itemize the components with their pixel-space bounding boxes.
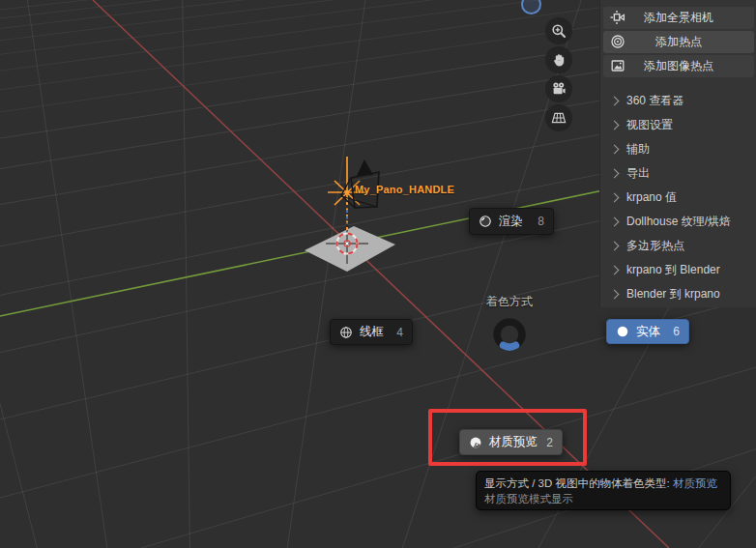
- sidebar-panel: 添加全景相机 添加热点 添加图像热点 360 查看器 视图设置: [599, 0, 756, 307]
- section-krpano-to-blender[interactable]: krpano 到 Blender: [600, 258, 756, 282]
- magnifier-plus-icon: [551, 23, 567, 39]
- render-sphere-icon: [479, 215, 492, 228]
- pano-camera-icon: [610, 10, 625, 25]
- chevron-right-icon: [610, 144, 620, 154]
- section-label: 多边形热点: [626, 238, 684, 254]
- pie-item-hotkey: 4: [396, 326, 403, 339]
- section-label: 导出: [626, 165, 650, 182]
- wireframe-sphere-icon: [339, 326, 353, 339]
- tooltip-line2: 材质预览模式显示: [484, 491, 722, 506]
- chevron-right-icon: [610, 289, 620, 299]
- section-polygon-hotspot[interactable]: 多边形热点: [600, 234, 756, 258]
- pie-item-hotkey: 6: [673, 325, 680, 338]
- pie-menu-title: 着色方式: [461, 294, 558, 310]
- pie-direction-indicator: [486, 311, 533, 358]
- chevron-right-icon: [610, 265, 620, 274]
- chevron-right-icon: [610, 241, 620, 250]
- pan-view-button[interactable]: [545, 46, 572, 73]
- tooltip-line1: 显示方式 / 3D 视图中的物体着色类型: 材质预览: [484, 476, 722, 491]
- annotation-highlight-box: [428, 409, 587, 466]
- section-dollhouse-texture-bake[interactable]: Dollhouse 纹理/烘焙: [600, 210, 756, 234]
- add-hotspot-button[interactable]: 添加热点: [603, 31, 754, 53]
- section-label: krpano 到 Blender: [626, 262, 720, 278]
- add-pano-camera-button[interactable]: 添加全景相机: [603, 7, 754, 29]
- hand-icon: [551, 52, 567, 68]
- pie-item-label: 渲染: [499, 214, 523, 230]
- chevron-right-icon: [610, 192, 620, 202]
- solid-sphere-icon: [616, 325, 629, 338]
- section-label: Dollhouse 纹理/烘焙: [626, 214, 731, 230]
- section-export[interactable]: 导出: [600, 161, 756, 186]
- button-label: 添加热点: [655, 34, 702, 50]
- section-krpano-values[interactable]: krpano 值: [600, 186, 756, 210]
- blender-window: My_Pano_HANDLE: [0, 0, 756, 548]
- tooltip: 显示方式 / 3D 视图中的物体着色类型: 材质预览 材质预览模式显示: [476, 471, 731, 510]
- grid-perspective-icon: [551, 110, 567, 126]
- section-label: Blender 到 krpano: [626, 286, 720, 303]
- pie-item-hotkey: 8: [538, 215, 544, 228]
- image-icon: [610, 58, 625, 73]
- section-blender-to-krpano[interactable]: Blender 到 krpano: [600, 282, 756, 306]
- tooltip-value: 材质预览: [673, 477, 717, 489]
- pie-item-solid[interactable]: 实体 6: [606, 319, 689, 344]
- movie-camera-icon: [551, 81, 567, 97]
- object-label[interactable]: My_Pano_HANDLE: [355, 184, 454, 195]
- orthographic-toggle-button[interactable]: [545, 104, 572, 131]
- pie-item-label: 实体: [636, 324, 660, 340]
- section-label: 360 查看器: [626, 93, 683, 109]
- camera-view-button[interactable]: [545, 75, 572, 102]
- button-label: 添加图像热点: [644, 58, 713, 74]
- section-view-settings[interactable]: 视图设置: [600, 113, 756, 137]
- pie-item-label: 线框: [360, 324, 384, 340]
- add-image-hotspot-button[interactable]: 添加图像热点: [603, 55, 754, 77]
- chevron-right-icon: [610, 120, 620, 130]
- pie-item-wireframe[interactable]: 线框 4: [330, 319, 413, 345]
- section-label: 视图设置: [626, 117, 673, 133]
- hotspot-icon: [610, 34, 625, 49]
- chevron-right-icon: [610, 216, 620, 226]
- section-label: krpano 值: [626, 189, 677, 206]
- pie-item-render[interactable]: 渲染 8: [469, 208, 554, 235]
- chevron-right-icon: [610, 96, 620, 105]
- section-360-viewer[interactable]: 360 查看器: [600, 89, 756, 113]
- section-label: 辅助: [626, 141, 650, 158]
- chevron-right-icon: [610, 168, 620, 178]
- zoom-in-button[interactable]: [545, 17, 572, 44]
- button-label: 添加全景相机: [644, 10, 713, 26]
- section-assist[interactable]: 辅助: [600, 137, 756, 161]
- tooltip-text: 显示方式 / 3D 视图中的物体着色类型:: [484, 477, 673, 489]
